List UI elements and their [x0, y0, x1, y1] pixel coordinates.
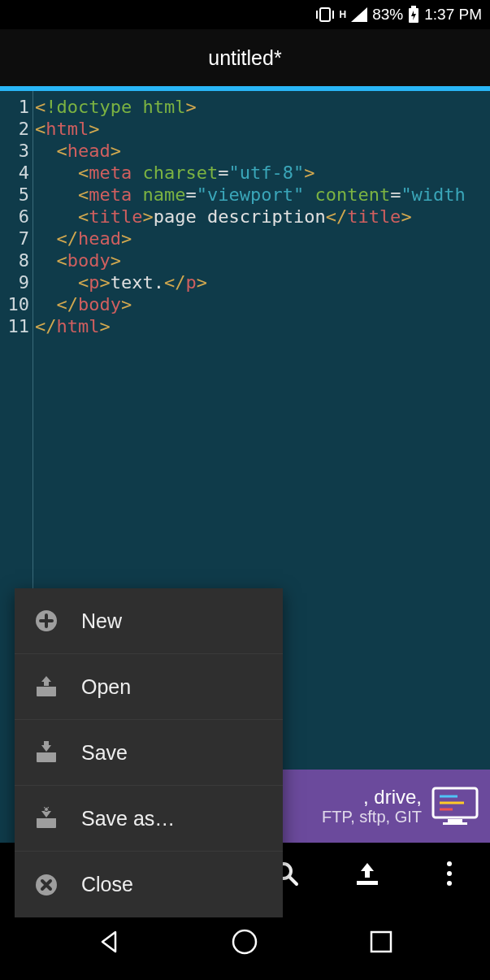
- menu-close[interactable]: Close: [15, 852, 283, 917]
- svg-rect-15: [37, 752, 56, 756]
- monitor-icon: [431, 787, 479, 826]
- line-number: 5: [0, 184, 33, 206]
- code-line[interactable]: <meta charset="utf-8">: [33, 162, 490, 184]
- code-line[interactable]: </html>: [33, 315, 490, 337]
- svg-rect-31: [371, 932, 391, 952]
- line-number: 11: [0, 315, 33, 337]
- title-bar: untitled*: [0, 29, 490, 86]
- svg-rect-12: [37, 689, 56, 696]
- line-number: 3: [0, 140, 33, 162]
- vibrate-icon: [315, 7, 335, 23]
- editor-area[interactable]: 1 2 3 4 5 6 7 8 9 10 11 <!doctype html> …: [0, 91, 490, 843]
- plus-circle-icon: [33, 607, 60, 635]
- svg-rect-14: [37, 755, 56, 762]
- svg-point-28: [447, 871, 452, 876]
- line-number: 8: [0, 249, 33, 271]
- code-line[interactable]: <head>: [33, 140, 490, 162]
- back-icon: [96, 929, 122, 955]
- svg-rect-6: [448, 819, 462, 822]
- svg-point-17: [45, 808, 48, 811]
- overflow-button[interactable]: [425, 849, 474, 898]
- menu-open[interactable]: Open: [15, 654, 283, 720]
- clock: 1:37 PM: [424, 6, 482, 24]
- battery-percent: 83%: [372, 6, 403, 24]
- svg-rect-0: [320, 8, 330, 21]
- save-as-icon: [33, 804, 60, 832]
- menu-label: Open: [81, 675, 131, 699]
- svg-point-29: [447, 881, 452, 886]
- nav-recent[interactable]: [349, 917, 414, 966]
- nav-back[interactable]: [76, 917, 141, 966]
- line-number: 4: [0, 162, 33, 184]
- svg-rect-13: [37, 687, 56, 690]
- svg-point-30: [233, 930, 256, 953]
- nav-home[interactable]: [212, 917, 277, 966]
- document-title: untitled*: [208, 46, 281, 70]
- code-line[interactable]: <html>: [33, 118, 490, 140]
- ad-text: , drive, FTP, sftp, GIT: [322, 787, 422, 826]
- signal-icon: [351, 7, 367, 22]
- save-icon: [33, 739, 60, 766]
- line-number: 6: [0, 206, 33, 228]
- menu-new[interactable]: New: [15, 588, 283, 654]
- menu-save-as[interactable]: Save as…: [15, 786, 283, 852]
- close-circle-icon: [33, 871, 60, 899]
- battery-charging-icon: [408, 6, 419, 24]
- upload-button[interactable]: [343, 849, 392, 898]
- code-line[interactable]: <!doctype html>: [33, 96, 490, 118]
- code-line[interactable]: <p>text.</p>: [33, 271, 490, 293]
- code-line[interactable]: <title>page description</title>: [33, 206, 490, 228]
- menu-save[interactable]: Save: [15, 720, 283, 786]
- status-icons: H 83% 1:37 PM: [315, 6, 482, 24]
- line-number: 1: [0, 96, 33, 118]
- more-vert-icon: [445, 860, 453, 887]
- svg-point-27: [447, 861, 452, 866]
- svg-rect-26: [357, 881, 378, 885]
- svg-line-25: [289, 877, 297, 884]
- network-label: H: [340, 9, 347, 20]
- file-menu: New Open Save Save as… Close: [15, 588, 283, 917]
- recent-icon: [370, 930, 392, 953]
- menu-label: Save: [81, 741, 128, 765]
- line-number: 7: [0, 228, 33, 249]
- upload-icon: [353, 861, 381, 886]
- menu-label: Save as…: [81, 807, 175, 830]
- code-line[interactable]: </body>: [33, 293, 490, 315]
- home-icon: [231, 928, 258, 956]
- menu-label: New: [81, 609, 122, 633]
- code-line[interactable]: </head>: [33, 228, 490, 249]
- svg-rect-18: [37, 821, 56, 828]
- code-line[interactable]: <body>: [33, 249, 490, 271]
- open-icon: [33, 673, 60, 700]
- menu-label: Close: [81, 873, 133, 896]
- code-line[interactable]: <meta name="viewport" content="width: [33, 184, 490, 206]
- svg-rect-7: [443, 822, 467, 825]
- line-number: 9: [0, 271, 33, 293]
- svg-rect-4: [411, 6, 416, 8]
- status-bar: H 83% 1:37 PM: [0, 0, 490, 29]
- svg-rect-19: [37, 818, 56, 822]
- line-number: 10: [0, 293, 33, 315]
- line-number: 2: [0, 118, 33, 140]
